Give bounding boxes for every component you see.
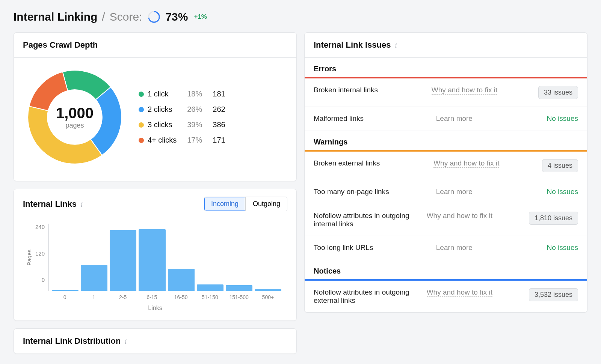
issue-row: Broken external links Why and how to fix…: [305, 152, 587, 180]
barchart-ylabel: Pages: [26, 250, 32, 266]
link-distribution-card: Internal Link Distribution i: [14, 328, 297, 354]
issue-row: Malformed links Learn more No issues: [305, 107, 587, 131]
issue-count-badge[interactable]: 4 issues: [542, 159, 578, 172]
internal-links-card: Internal Links i Incoming Outgoing Pages…: [14, 189, 297, 321]
notices-section-title: Notices: [305, 260, 587, 279]
crawl-depth-total-label: pages: [65, 122, 84, 129]
bar[interactable]: [168, 269, 195, 291]
ytick: 0: [42, 277, 45, 283]
ytick: 120: [35, 250, 45, 257]
page-title: Internal Linking: [14, 11, 97, 23]
issue-name[interactable]: Malformed links: [314, 114, 430, 123]
bar[interactable]: [226, 285, 252, 291]
issue-name[interactable]: Too long link URLs: [314, 244, 430, 252]
legend-count: 171: [213, 136, 225, 144]
crawl-depth-card: Pages Crawl Depth 1,000 pages 1 click18%…: [14, 32, 297, 181]
barchart-yaxis: 2401200: [35, 224, 48, 291]
issues-title: Internal Link Issues: [314, 40, 391, 50]
barchart-xticks: 012-56-1516-5051-150151-500500+: [48, 291, 284, 300]
issue-row: Nofollow attributes in outgoing internal…: [305, 204, 587, 236]
legend-pct: 39%: [187, 120, 202, 129]
issue-name[interactable]: Broken internal links: [314, 86, 426, 94]
bar[interactable]: [81, 265, 107, 291]
link-distribution-title: Internal Link Distribution: [23, 336, 121, 346]
bar[interactable]: [197, 284, 223, 291]
breadcrumb-separator: /: [102, 11, 105, 23]
score-label: Score:: [110, 11, 142, 23]
issue-count-badge[interactable]: 33 issues: [538, 86, 578, 99]
score-value: 73%: [165, 11, 188, 23]
issue-name[interactable]: Nofollow attributes in outgoing internal…: [314, 212, 421, 228]
issue-no-issues: No issues: [547, 188, 578, 196]
score-delta: +1%: [194, 13, 207, 21]
internal-links-toggle: Incoming Outgoing: [204, 197, 287, 211]
xtick: 2-5: [110, 294, 136, 300]
score-ring-icon: [148, 11, 160, 23]
crawl-depth-donut[interactable]: 1,000 pages: [26, 68, 124, 166]
issue-help-link[interactable]: Why and how to fix it: [432, 86, 497, 95]
legend-item[interactable]: 4+ clicks: [139, 136, 177, 144]
legend-item[interactable]: 1 click: [139, 90, 177, 98]
issue-row: Too many on-page links Learn more No iss…: [305, 180, 587, 204]
crawl-depth-legend: 1 click18%1812 clicks26%2623 clicks39%38…: [139, 90, 225, 144]
legend-item[interactable]: 2 clicks: [139, 105, 177, 114]
bar[interactable]: [139, 229, 165, 291]
internal-links-title: Internal Links: [23, 199, 77, 209]
issue-no-issues: No issues: [547, 114, 578, 123]
issues-card: Internal Link Issues i Errors Broken int…: [304, 32, 587, 313]
barchart-plot[interactable]: [48, 224, 284, 291]
legend-pct: 18%: [187, 90, 202, 98]
issue-row: Broken internal links Why and how to fix…: [305, 78, 587, 107]
xtick: 6-15: [139, 294, 165, 300]
xtick: 0: [51, 294, 78, 300]
xtick: 151-500: [226, 294, 252, 300]
legend-count: 181: [213, 90, 225, 98]
legend-pct: 26%: [187, 105, 202, 114]
issue-count-badge[interactable]: 3,532 issues: [529, 288, 578, 301]
outgoing-tab[interactable]: Outgoing: [246, 197, 287, 211]
page-header: Internal Linking / Score: 73% +1%: [14, 11, 587, 23]
issue-count-badge[interactable]: 1,810 issues: [529, 212, 578, 225]
barchart-xlabel: Links: [26, 305, 284, 311]
xtick: 51-150: [196, 294, 223, 300]
issue-help-link[interactable]: Why and how to fix it: [427, 288, 492, 297]
info-icon[interactable]: i: [81, 201, 83, 208]
issue-name[interactable]: Too many on-page links: [314, 188, 430, 196]
legend-item[interactable]: 3 clicks: [139, 120, 177, 129]
issue-help-link[interactable]: Learn more: [436, 244, 473, 252]
info-icon[interactable]: i: [125, 338, 127, 345]
issue-name[interactable]: Broken external links: [314, 159, 427, 167]
xtick: 500+: [255, 294, 281, 300]
issue-help-link[interactable]: Learn more: [436, 114, 473, 123]
errors-section-title: Errors: [305, 58, 587, 77]
legend-count: 262: [213, 105, 225, 114]
info-icon[interactable]: i: [395, 42, 397, 49]
warnings-section-title: Warnings: [305, 131, 587, 150]
bar[interactable]: [255, 289, 281, 291]
issue-help-link[interactable]: Why and how to fix it: [427, 212, 492, 220]
legend-count: 386: [213, 120, 225, 129]
ytick: 240: [35, 224, 45, 230]
incoming-tab[interactable]: Incoming: [204, 197, 246, 211]
issue-no-issues: No issues: [547, 244, 578, 252]
issue-row: Too long link URLs Learn more No issues: [305, 236, 587, 260]
legend-pct: 17%: [187, 136, 202, 144]
xtick: 1: [80, 294, 107, 300]
bar[interactable]: [52, 290, 79, 291]
issue-name[interactable]: Nofollow attributes in outgoing external…: [314, 288, 421, 305]
crawl-depth-title: Pages Crawl Depth: [23, 40, 98, 50]
issue-help-link[interactable]: Learn more: [436, 188, 473, 196]
issue-row: Nofollow attributes in outgoing external…: [305, 281, 587, 312]
issue-help-link[interactable]: Why and how to fix it: [433, 159, 499, 168]
bar[interactable]: [110, 230, 136, 291]
crawl-depth-total: 1,000: [56, 105, 94, 122]
xtick: 16-50: [168, 294, 194, 300]
